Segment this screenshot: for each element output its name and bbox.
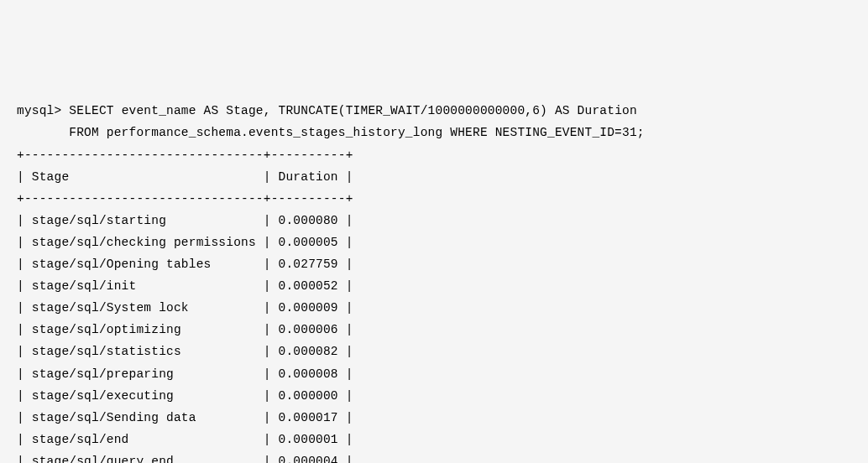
query-line-2: FROM performance_schema.events_stages_hi… — [17, 126, 645, 139]
mysql-prompt: mysql> — [17, 104, 61, 117]
table-border-top: +--------------------------------+------… — [17, 148, 353, 162]
query-line-1: SELECT event_name AS Stage, TRUNCATE(TIM… — [69, 104, 637, 117]
table-header: | Stage | Duration | — [17, 170, 353, 184]
table-rows: | stage/sql/starting | 0.000080 | | stag… — [17, 214, 353, 463]
terminal-output: mysql> SELECT event_name AS Stage, TRUNC… — [17, 100, 851, 463]
table-border-header: +--------------------------------+------… — [17, 192, 353, 205]
